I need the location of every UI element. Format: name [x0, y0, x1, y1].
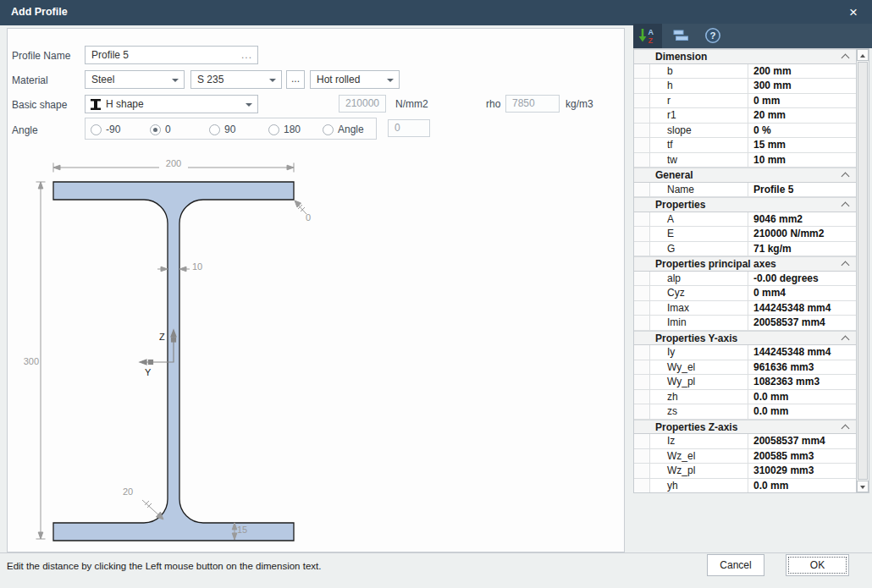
group-title: Properties	[655, 199, 705, 211]
property-value[interactable]: 10 mm	[748, 153, 856, 168]
collapse-chevron-icon[interactable]	[842, 335, 850, 343]
property-row: Wy_pl1082363 mm3	[634, 375, 856, 390]
svg-text:?: ?	[709, 30, 715, 41]
property-label: alp	[650, 272, 748, 286]
help-icon[interactable]: ?	[704, 26, 722, 45]
property-value[interactable]: 9046 mm2	[748, 212, 856, 227]
row-margin	[634, 479, 650, 493]
row-margin	[634, 272, 650, 286]
dim-height-text[interactable]: 300	[17, 356, 39, 366]
row-margin	[634, 301, 650, 316]
property-row: zh0.0 mm	[634, 390, 856, 405]
group-header[interactable]: Properties Y-axis	[634, 331, 856, 346]
property-label: Wy_pl	[650, 375, 748, 389]
property-row: G71 kg/m	[634, 242, 856, 257]
row-margin	[634, 183, 650, 197]
cancel-button[interactable]: Cancel	[707, 554, 764, 576]
property-label: Wz_pl	[650, 464, 748, 478]
property-value[interactable]: 0 mm4	[748, 286, 856, 300]
property-value[interactable]: 300 mm	[748, 79, 856, 93]
scroll-down-button[interactable]	[857, 481, 869, 492]
scroll-up-button[interactable]	[857, 49, 869, 61]
svg-text:Z: Z	[648, 36, 654, 45]
categorized-view-icon[interactable]	[671, 26, 690, 45]
property-value[interactable]: 1082363 mm3	[748, 375, 856, 389]
property-value[interactable]: 0.0 mm	[748, 404, 856, 419]
property-label: tf	[650, 138, 748, 152]
property-label: slope	[650, 124, 748, 138]
property-value[interactable]: 961636 mm3	[748, 360, 856, 375]
property-value[interactable]: 20 mm	[748, 108, 856, 123]
row-margin	[634, 449, 650, 464]
row-margin	[634, 212, 650, 227]
property-value[interactable]: Profile 5	[748, 183, 856, 197]
row-margin	[634, 94, 650, 108]
property-value[interactable]: 20058537 mm4	[748, 434, 856, 448]
property-row: Wz_pl310029 mm3	[634, 464, 856, 479]
group-header[interactable]: Dimension	[634, 49, 856, 64]
axis-z-label: Z	[159, 332, 165, 342]
collapse-chevron-icon[interactable]	[842, 424, 850, 432]
row-margin	[634, 153, 650, 168]
property-row: E210000 N/mm2	[634, 227, 856, 242]
add-profile-dialog: Add Profile × Profile Name Profile 5 ...…	[0, 0, 872, 588]
property-label: r1	[650, 108, 748, 123]
property-value[interactable]: 0.0 mm	[748, 479, 856, 493]
row-margin	[634, 464, 650, 478]
property-label: Wz_el	[650, 449, 748, 464]
dim-width-text[interactable]: 200	[161, 158, 186, 168]
property-value[interactable]: 310029 mm3	[748, 464, 856, 478]
property-value[interactable]: 0 mm	[748, 94, 856, 108]
property-label: r	[650, 94, 748, 108]
property-label: Iy	[650, 345, 748, 360]
collapse-chevron-icon[interactable]	[842, 202, 850, 211]
property-label: E	[650, 227, 748, 241]
property-label: Imin	[650, 316, 748, 330]
row-margin	[634, 360, 650, 375]
scrollbar[interactable]	[856, 49, 869, 492]
dim-flange-thickness-text[interactable]: 15	[237, 525, 247, 535]
property-value[interactable]: 200585 mm3	[748, 449, 856, 464]
property-label: yh	[650, 479, 748, 493]
property-label: Cyz	[650, 286, 748, 300]
group-title: Properties Z-axis	[655, 421, 737, 433]
collapse-chevron-icon[interactable]	[842, 261, 850, 270]
property-row: Imin20058537 mm4	[634, 316, 856, 331]
property-row: h300 mm	[634, 79, 856, 94]
property-label: A	[650, 212, 748, 227]
triangle-up-icon	[860, 54, 865, 58]
footer-divider	[0, 552, 872, 553]
close-icon[interactable]: ×	[844, 3, 863, 23]
property-value[interactable]: 200 mm	[748, 64, 856, 79]
row-margin	[634, 404, 650, 419]
collapse-chevron-icon[interactable]	[842, 54, 850, 63]
sort-alphabetical-icon[interactable]: A Z	[637, 26, 656, 45]
property-row: zs0.0 mm	[634, 404, 856, 420]
group-title: General	[655, 169, 693, 181]
property-value[interactable]: 144245348 mm4	[748, 301, 856, 316]
property-label: b	[650, 64, 748, 79]
scroll-thumb[interactable]	[858, 62, 868, 480]
property-row: A9046 mm2	[634, 212, 856, 228]
property-value[interactable]: 0.0 mm	[748, 390, 856, 404]
dim-web-thickness-text[interactable]: 10	[192, 261, 202, 272]
property-value[interactable]: -0.00 degrees	[748, 272, 856, 286]
group-header[interactable]: General	[634, 168, 856, 183]
property-label: zh	[650, 390, 748, 404]
row-margin	[634, 227, 650, 241]
property-value[interactable]: 210000 N/mm2	[748, 227, 856, 241]
group-header[interactable]: Properties principal axes	[634, 256, 856, 272]
property-value[interactable]: 144245348 mm4	[748, 345, 856, 360]
ok-button[interactable]: OK	[786, 554, 849, 576]
group-header[interactable]: Properties Z-axis	[634, 420, 856, 435]
row-margin	[634, 64, 650, 79]
property-value[interactable]: 71 kg/m	[748, 242, 856, 256]
collapse-chevron-icon[interactable]	[842, 173, 850, 181]
dim-fillet-radius-text[interactable]: 20	[123, 486, 133, 497]
property-value[interactable]: 15 mm	[748, 138, 856, 152]
group-header[interactable]: Properties	[634, 197, 856, 212]
dim-corner-radius-text[interactable]: 0	[306, 212, 311, 223]
property-value[interactable]: 20058537 mm4	[748, 316, 856, 330]
property-value[interactable]: 0 %	[748, 124, 856, 138]
property-label: zs	[650, 404, 748, 419]
